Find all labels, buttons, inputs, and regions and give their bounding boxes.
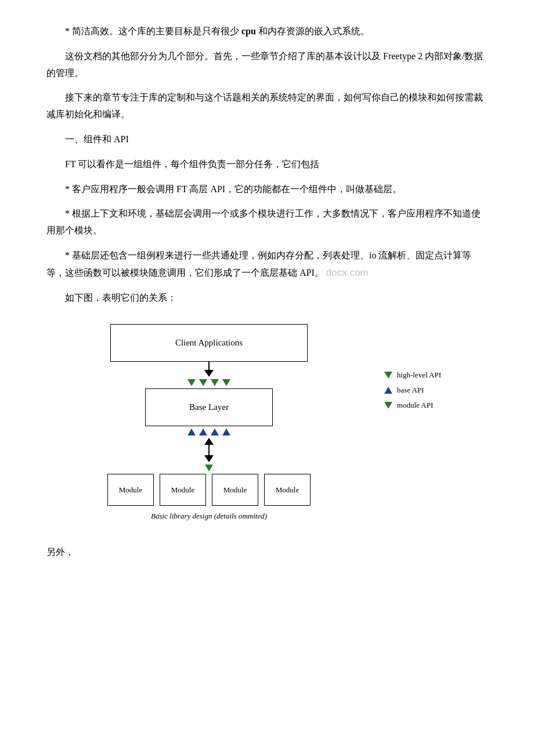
- legend-base-api-label: base API: [397, 386, 424, 395]
- modules-row: Module Module Module Module: [107, 474, 311, 506]
- base-layer-label: Base Layer: [189, 402, 229, 412]
- module-box-2: Module: [160, 474, 206, 506]
- tri-down-1: [187, 379, 196, 386]
- paragraph-8: * 基础层还包含一组例程来进行一些共通处理，例如内存分配，列表处理、io 流解析…: [46, 247, 488, 282]
- base-layer-box: Base Layer: [145, 388, 273, 426]
- section-title: 一、组件和 API: [46, 131, 488, 148]
- module-connector-arrow: [204, 438, 214, 462]
- paragraph-7: * 根据上下文和环境，基础层会调用一个或多个模块进行工作，大多数情况下，客户应用…: [46, 206, 488, 239]
- legend-tri-down-2: [384, 402, 392, 409]
- diagram-inner: Client Applications Base Layer: [99, 324, 319, 506]
- diagram: Client Applications Base Layer: [99, 324, 435, 521]
- module-api-arrow: [205, 465, 213, 471]
- module-label-2: Module: [171, 485, 194, 495]
- paragraph-5: FT 可以看作是一组组件，每个组件负责一部分任务，它们包括: [46, 156, 488, 173]
- module-label-4: Module: [276, 485, 299, 495]
- bold-cpu: cpu: [241, 26, 256, 36]
- module-box-1: Module: [107, 474, 154, 506]
- legend-tri-down-1: [384, 372, 392, 379]
- tri-down-module: [205, 465, 213, 471]
- paragraph-2: 这份文档的其他部分分为几个部分。首先，一些章节介绍了库的基本设计以及 Freet…: [46, 48, 488, 82]
- paragraph-3: 接下来的章节专注于库的定制和与这个话题相关的系统特定的界面，如何写你自己的模块和…: [46, 89, 488, 123]
- high-level-api-arrows: [187, 379, 230, 386]
- paragraph-9: 如下图，表明它们的关系：: [46, 290, 488, 307]
- tri-up-3: [211, 429, 219, 435]
- tri-down-2: [199, 379, 207, 386]
- bottom-text-content: 另外，: [46, 547, 74, 557]
- paragraph-6: * 客户应用程序一般会调用 FT 高层 API，它的功能都在一个组件中，叫做基础…: [46, 181, 488, 198]
- tri-down-4: [222, 379, 230, 386]
- base-api-arrows: [187, 429, 230, 435]
- paragraph-1: * 简洁高效。这个库的主要目标是只有很少 cpu 和内存资源的嵌入式系统。: [46, 23, 488, 40]
- legend-high-level-api: high-level API: [384, 370, 441, 380]
- arrow-down-icon: [204, 455, 214, 462]
- legend-module-api-label: module API: [397, 401, 433, 410]
- client-to-base-arrow: [204, 362, 214, 377]
- module-box-3: Module: [212, 474, 258, 506]
- client-applications-label: Client Applications: [175, 338, 243, 348]
- bottom-text: 另外，: [46, 544, 488, 561]
- legend-tri-up: [384, 387, 392, 394]
- module-label-3: Module: [223, 485, 247, 495]
- tri-down-3: [211, 379, 219, 386]
- tri-up-1: [187, 429, 196, 435]
- module-box-4: Module: [264, 474, 311, 506]
- module-label-1: Module: [119, 485, 142, 495]
- legend-base-api: base API: [384, 386, 441, 395]
- client-applications-box: Client Applications: [110, 324, 308, 362]
- legend-high-level-api-label: high-level API: [397, 370, 441, 380]
- arrow-up-icon: [204, 438, 214, 445]
- diagram-caption: Basic library design (details ommited): [99, 512, 319, 521]
- tri-up-2: [199, 429, 207, 435]
- diagram-legend: high-level API base API module API: [384, 370, 441, 410]
- tri-up-4: [222, 429, 230, 435]
- legend-module-api: module API: [384, 401, 441, 410]
